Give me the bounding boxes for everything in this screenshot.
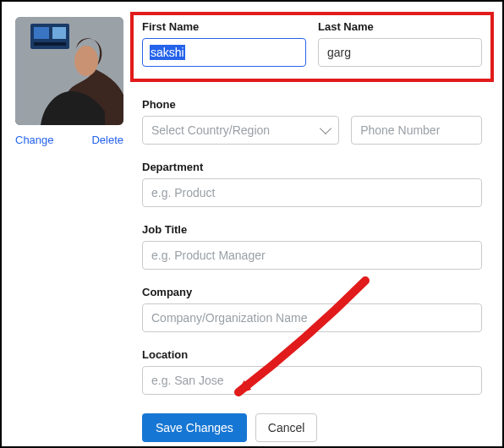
country-select[interactable]: Select Country/Region	[142, 116, 339, 145]
location-field[interactable]	[142, 366, 482, 395]
department-field[interactable]	[142, 178, 482, 207]
phone-number-field[interactable]	[351, 116, 482, 145]
name-row-highlight: First Name sakshi Last Name	[130, 12, 494, 82]
last-name-field[interactable]	[318, 38, 482, 67]
job-title-label: Job Title	[142, 223, 187, 236]
first-name-field[interactable]: sakshi	[142, 38, 306, 67]
last-name-label: Last Name	[318, 20, 482, 33]
department-label: Department	[142, 161, 203, 173]
country-placeholder: Select Country/Region	[151, 123, 270, 137]
change-avatar-link[interactable]: Change	[15, 134, 54, 146]
first-name-label: First Name	[142, 20, 306, 33]
save-button[interactable]: Save Changes	[142, 413, 247, 442]
cancel-button[interactable]: Cancel	[255, 413, 318, 442]
location-label: Location	[142, 348, 188, 361]
avatar	[15, 17, 123, 125]
svg-rect-3	[52, 27, 66, 39]
chevron-down-icon	[320, 123, 331, 134]
delete-avatar-link[interactable]: Delete	[91, 134, 123, 146]
svg-rect-2	[34, 27, 49, 39]
first-name-value: sakshi	[150, 45, 185, 60]
phone-label: Phone	[142, 98, 176, 111]
svg-point-5	[74, 46, 98, 76]
job-title-field[interactable]	[142, 241, 482, 270]
company-label: Company	[142, 286, 192, 298]
svg-rect-4	[34, 42, 66, 46]
company-field[interactable]	[142, 303, 482, 332]
